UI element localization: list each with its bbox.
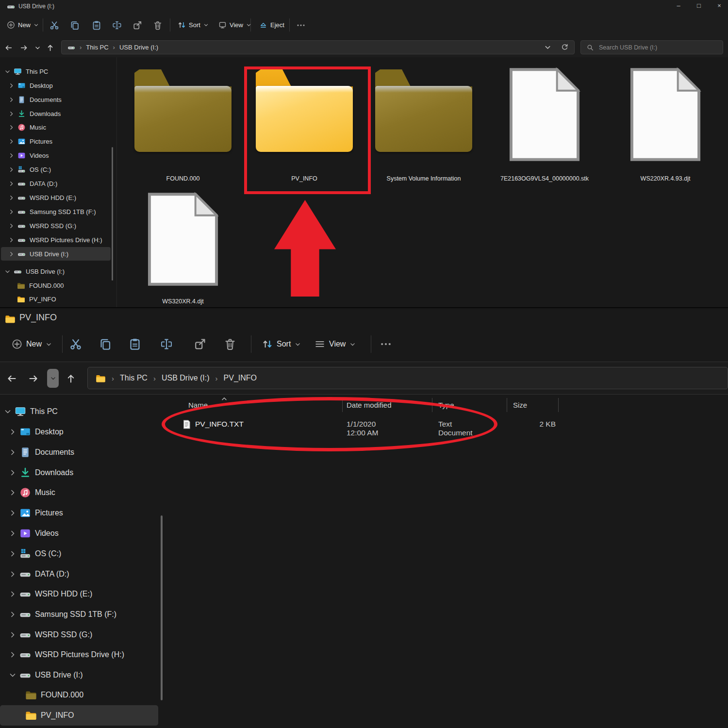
back-button[interactable] [3, 42, 14, 53]
sidebar-item-wsrd-hdd[interactable]: WSRD HDD (E:) [0, 584, 158, 604]
copy-icon[interactable] [99, 338, 112, 350]
chevron-right-icon[interactable] [8, 124, 15, 131]
column-divider[interactable] [507, 398, 507, 412]
chevron-right-icon[interactable] [9, 590, 17, 598]
sort-button[interactable]: Sort [258, 334, 305, 354]
chevron-right-icon[interactable] [9, 529, 17, 537]
recent-locations-button[interactable] [32, 42, 43, 53]
chevron-right-icon[interactable] [8, 83, 15, 89]
breadcrumb-pv-info[interactable]: PV_INFO [224, 374, 257, 382]
sort-button[interactable]: Sort [175, 17, 212, 33]
new-button[interactable]: New [4, 17, 42, 33]
breadcrumb-usb-drive[interactable]: USB Drive (I:) [119, 44, 158, 51]
chevron-right-icon[interactable] [8, 97, 15, 103]
sidebar-item-pictures[interactable]: Pictures [1, 134, 111, 148]
chevron-right-icon[interactable] [8, 111, 15, 117]
sidebar-item-this-pc[interactable]: This PC [1, 65, 111, 78]
sidebar-item-usb-drive-selected[interactable]: USB Drive (I:) [1, 247, 111, 261]
close-button[interactable]: × [709, 0, 728, 13]
sidebar-item-wsrd-hdd[interactable]: WSRD HDD (E:) [1, 191, 111, 204]
sidebar-item-os-c[interactable]: OS (C:) [0, 544, 158, 564]
view-button[interactable]: View [311, 334, 360, 354]
sidebar-item-documents[interactable]: Documents [0, 442, 158, 463]
chevron-down-icon[interactable] [9, 671, 17, 679]
sidebar-item-found000[interactable]: FOUND.000 [0, 685, 158, 705]
rename-icon[interactable] [112, 20, 122, 30]
breadcrumb-usb-drive[interactable]: USB Drive (I:) [162, 374, 210, 382]
sidebar-item-music[interactable]: Music [1, 120, 111, 134]
chevron-down-icon[interactable] [4, 68, 11, 75]
chevron-right-icon[interactable] [9, 631, 17, 639]
sidebar-item-downloads[interactable]: Downloads [1, 107, 111, 120]
sidebar-item-wsrd-pictures[interactable]: WSRD Pictures Drive (H:) [0, 645, 158, 665]
cut-icon[interactable] [69, 338, 82, 350]
column-header-size[interactable]: Size [513, 401, 527, 409]
chevron-right-icon[interactable] [9, 509, 17, 517]
chevron-down-icon[interactable] [4, 408, 12, 415]
refresh-icon[interactable] [561, 44, 568, 51]
sidebar-item-samsung-ssd[interactable]: Samsung SSD 1TB (F:) [1, 205, 111, 218]
sidebar-scrollbar[interactable] [112, 147, 113, 281]
chevron-right-icon[interactable] [8, 209, 15, 215]
chevron-right-icon[interactable] [9, 570, 17, 578]
share-icon[interactable] [194, 338, 206, 350]
back-button[interactable] [5, 372, 18, 385]
sidebar-item-desktop[interactable]: Desktop [1, 79, 111, 92]
paste-icon[interactable] [129, 338, 141, 350]
sidebar-item-usb-drive-expanded[interactable]: USB Drive (I:) [1, 265, 111, 278]
rename-icon[interactable] [160, 338, 173, 350]
chevron-right-icon[interactable] [8, 195, 15, 201]
forward-button[interactable] [18, 42, 29, 53]
chevron-right-icon[interactable] [8, 138, 15, 145]
sidebar-item-pv-info[interactable]: PV_INFO [0, 705, 158, 726]
sidebar-item-downloads[interactable]: Downloads [0, 463, 158, 483]
sidebar-item-pictures[interactable]: Pictures [0, 503, 158, 523]
file-tile-found000[interactable]: FOUND.000 [122, 66, 244, 187]
copy-icon[interactable] [70, 20, 80, 30]
sidebar-item-wsrd-ssd[interactable]: WSRD SSD (G:) [1, 219, 111, 232]
chevron-right-icon[interactable] [9, 651, 17, 659]
chevron-right-icon[interactable] [8, 152, 15, 159]
new-button[interactable]: New [8, 334, 56, 354]
breadcrumb-this-pc[interactable]: This PC [120, 374, 148, 382]
chevron-right-icon[interactable] [9, 489, 17, 496]
file-tile-stk-file[interactable]: 7E2163OG9VLS4_00000000.stk [484, 66, 605, 187]
chevron-right-icon[interactable] [8, 251, 15, 257]
chevron-down-icon[interactable] [4, 268, 11, 275]
chevron-right-icon[interactable] [9, 611, 17, 618]
sidebar-item-wsrd-ssd[interactable]: WSRD SSD (G:) [0, 625, 158, 645]
chevron-right-icon[interactable] [8, 181, 15, 187]
sidebar-item-data-d[interactable]: DATA (D:) [0, 564, 158, 584]
chevron-right-icon[interactable] [9, 550, 17, 558]
sidebar-item-data-d[interactable]: DATA (D:) [1, 177, 111, 190]
file-tile-system-volume-information[interactable]: System Volume Information [363, 66, 484, 187]
sidebar-item-found000[interactable]: FOUND.000 [1, 279, 111, 292]
address-bar[interactable]: › This PC › USB Drive (I:) [61, 40, 575, 54]
delete-icon[interactable] [153, 20, 163, 30]
eject-button[interactable]: Eject [256, 17, 287, 33]
minimize-button[interactable]: – [668, 0, 689, 13]
up-button[interactable] [45, 42, 55, 53]
sidebar-item-os-c[interactable]: OS (C:) [1, 163, 111, 176]
file-tile-ws320xr[interactable]: WS320XR.4.djt [122, 189, 244, 310]
chevron-right-icon[interactable] [9, 469, 17, 477]
sidebar-item-videos[interactable]: Videos [0, 523, 158, 544]
chevron-right-icon[interactable] [8, 166, 15, 173]
maximize-button[interactable]: □ [689, 0, 709, 13]
breadcrumb-this-pc[interactable]: This PC [86, 44, 108, 51]
up-button[interactable] [65, 372, 77, 385]
sidebar-item-samsung-ssd[interactable]: Samsung SSD 1TB (F:) [0, 604, 158, 625]
more-options-icon[interactable] [296, 20, 306, 30]
sidebar-item-usb-drive[interactable]: USB Drive (I:) [0, 665, 158, 685]
address-bar[interactable]: › This PC › USB Drive (I:) › PV_INFO [87, 367, 728, 389]
sidebar-item-wsrd-pictures[interactable]: WSRD Pictures Drive (H:) [1, 233, 111, 247]
sidebar-item-documents[interactable]: Documents [1, 93, 111, 106]
chevron-down-icon[interactable] [544, 44, 551, 51]
sidebar-scrollbar[interactable] [161, 515, 163, 700]
column-divider[interactable] [558, 398, 559, 412]
more-options-icon[interactable] [380, 338, 392, 350]
search-input[interactable] [598, 44, 717, 51]
sidebar-item-music[interactable]: Music [0, 482, 158, 503]
chevron-right-icon[interactable] [8, 237, 15, 243]
recent-locations-button[interactable] [47, 369, 59, 388]
